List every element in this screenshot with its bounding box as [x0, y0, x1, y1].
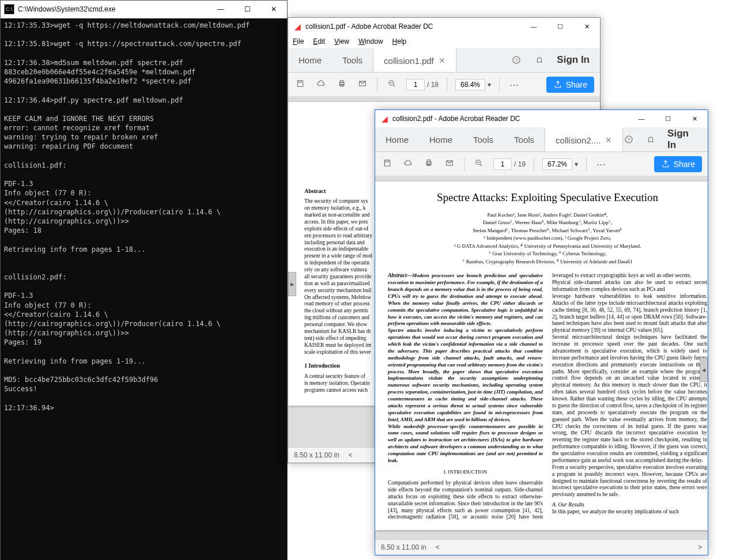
toolbar: / 19 ▾ ⋯ Share [375, 152, 708, 177]
authors: Paul Kocher¹, Jann Horn², Anders Fogh³, … [388, 211, 707, 266]
more-icon[interactable]: ⋯ [595, 159, 607, 170]
menu-bar: File Edit View Window Help [288, 35, 600, 48]
pdf2-title: collision2.pdf - Adobe Acrobat Reader DC [392, 115, 628, 123]
page-size: 8.50 x 11.00 in [381, 543, 426, 551]
paper-title: Spectre Attacks: Exploiting Speculative … [388, 191, 707, 205]
page-input[interactable] [493, 158, 512, 170]
cmd-icon: C:\ [4, 4, 14, 14]
right-column-text: leverage hardware vulnerabilities to lea… [552, 293, 707, 498]
close-tab-icon[interactable]: ✕ [439, 56, 445, 65]
print-icon[interactable] [335, 79, 348, 90]
pdf2-titlebar[interactable]: ◢ collision2.pdf - Adobe Acrobat Reader … [375, 110, 708, 127]
tab-home[interactable]: Home [375, 127, 419, 152]
zoom-input[interactable] [455, 79, 485, 90]
cmd-titlebar[interactable]: C:\ C:\Windows\System32\cmd.exe — ☐ ✕ [1, 1, 287, 18]
chevron-down-icon[interactable]: ▾ [575, 160, 578, 168]
scroll-left-icon[interactable]: < [349, 451, 353, 459]
left-panel-handle[interactable]: ▶ [288, 272, 296, 296]
svg-text:?: ? [515, 58, 518, 63]
mail-icon[interactable] [356, 79, 369, 90]
page-input[interactable] [406, 79, 425, 90]
tab-tools[interactable]: Tools [463, 127, 504, 152]
signin-button[interactable]: Sign In [557, 54, 590, 66]
minimize-button[interactable]: — [628, 110, 655, 127]
bell-icon[interactable] [645, 134, 656, 145]
zoom-out-icon[interactable] [386, 79, 398, 90]
toolbar: / 18 ▾ ⋯ Share [288, 73, 600, 97]
pdf-icon: ◢ [293, 22, 302, 31]
abstract-text: Modern processors use branch prediction … [388, 273, 543, 463]
tab-home[interactable]: Home [288, 48, 332, 72]
document-area[interactable]: ◀ Spectre Attacks: Exploiting Speculativ… [375, 176, 708, 540]
cloud-icon[interactable] [402, 158, 414, 170]
menu-file[interactable]: File [293, 37, 304, 46]
close-button[interactable]: ✕ [260, 1, 287, 18]
page-size: 8.50 x 11.00 in [294, 451, 339, 459]
pdf-page: Spectre Attacks: Exploiting Speculative … [375, 181, 708, 530]
right-panel-handle[interactable]: ◀ [700, 358, 708, 382]
minimize-button[interactable]: — [520, 18, 547, 35]
menu-edit[interactable]: Edit [313, 37, 325, 46]
tab-document[interactable]: collision1.pdf✕ [373, 48, 456, 72]
bell-icon[interactable] [534, 54, 545, 66]
close-tab-icon[interactable]: ✕ [605, 135, 612, 145]
cloud-icon[interactable] [315, 79, 327, 90]
svg-line-7 [393, 85, 395, 86]
minimize-button[interactable]: — [207, 1, 234, 18]
page-total: / 18 [427, 81, 439, 89]
svg-rect-12 [427, 160, 430, 162]
page-total: / 19 [514, 160, 526, 168]
tab-document[interactable]: collision2....✕ [545, 127, 623, 152]
svg-rect-3 [340, 81, 343, 82]
pdf-window-2: ◢ collision2.pdf - Adobe Acrobat Reader … [375, 109, 708, 555]
save-icon[interactable] [294, 79, 307, 90]
pdf-icon: ◢ [380, 114, 389, 123]
results-heading: A. Our Results [552, 502, 584, 508]
svg-line-16 [480, 164, 482, 166]
menu-window[interactable]: Window [358, 37, 383, 46]
cmd-output[interactable]: 12:17:35.33>wget -q https://meltdownatta… [1, 18, 287, 415]
help-icon[interactable]: ? [511, 54, 522, 66]
scroll-right-icon[interactable]: > [698, 543, 702, 551]
close-button[interactable]: ✕ [573, 18, 600, 35]
share-button[interactable]: Share [654, 156, 702, 172]
maximize-button[interactable]: ☐ [234, 1, 260, 18]
maximize-button[interactable]: ☐ [547, 18, 573, 35]
svg-text:?: ? [627, 137, 630, 142]
abstract-label: Abstract— [388, 273, 412, 278]
chevron-down-icon[interactable]: ▾ [488, 81, 491, 89]
tab-home-2[interactable]: Home [419, 127, 463, 152]
save-icon[interactable] [381, 158, 394, 170]
tab-bar: Home Home Tools Tools collision2....✕ ? … [375, 127, 708, 152]
pdf1-title: collision1.pdf - Adobe Acrobat Reader DC [305, 22, 520, 31]
maximize-button[interactable]: ☐ [655, 110, 681, 127]
tab-tools-2[interactable]: Tools [504, 127, 545, 152]
signin-button[interactable]: Sign In [667, 128, 697, 151]
menu-view[interactable]: View [334, 37, 349, 46]
zoom-out-icon[interactable] [473, 158, 485, 170]
cmd-window: C:\ C:\Windows\System32\cmd.exe — ☐ ✕ 12… [0, 0, 288, 560]
menu-help[interactable]: Help [392, 37, 407, 46]
more-icon[interactable]: ⋯ [508, 80, 520, 90]
results-text: In this paper, we analyze the security i… [552, 509, 707, 516]
tab-tools[interactable]: Tools [332, 48, 373, 72]
status-bar: 8.50 x 11.00 in < > [375, 539, 708, 555]
share-button[interactable]: Share [546, 77, 594, 93]
help-icon[interactable]: ? [623, 134, 633, 145]
zoom-input[interactable] [542, 158, 572, 170]
mail-icon[interactable] [443, 158, 456, 170]
pdf1-titlebar[interactable]: ◢ collision1.pdf - Adobe Acrobat Reader … [288, 18, 600, 35]
cmd-title: C:\Windows\System32\cmd.exe [18, 5, 207, 13]
intro-heading: I. INTRODUCTION [388, 469, 543, 475]
close-button[interactable]: ✕ [681, 110, 708, 127]
tab-bar: Home Tools collision1.pdf✕ ? Sign In [288, 48, 600, 73]
scroll-left-icon[interactable]: < [436, 543, 440, 551]
print-icon[interactable] [422, 158, 435, 170]
